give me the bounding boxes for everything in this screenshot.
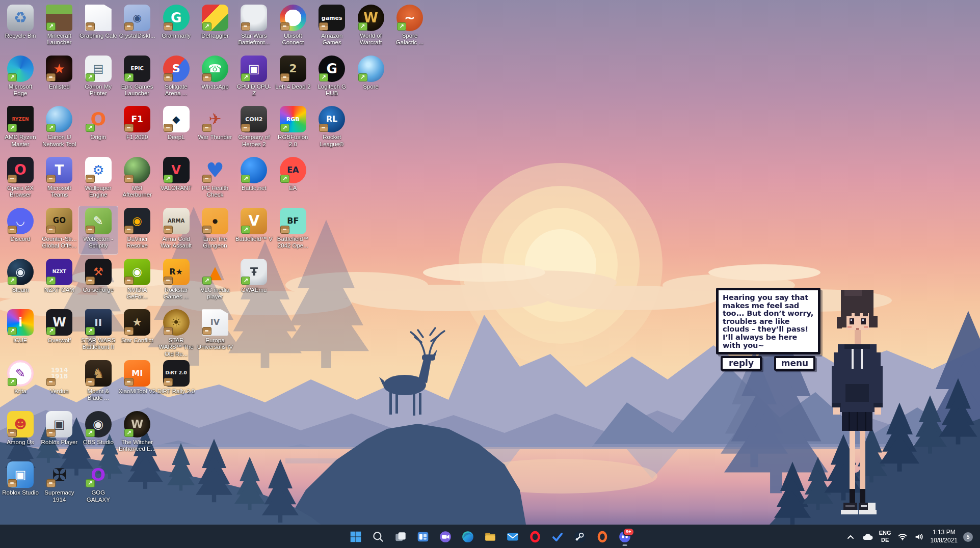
desktop-icon-f1-2020[interactable]: F1F1 2020 bbox=[118, 104, 156, 152]
desktop-icon-davinci-resolve[interactable]: ◉DaVinci Resolve bbox=[118, 206, 156, 254]
file-explorer-taskbar-icon[interactable] bbox=[480, 527, 500, 547]
desktop-icon-counter-str-global-offe[interactable]: GOCounter-Str... Global Offe... bbox=[40, 206, 78, 254]
desktop-icon-origin[interactable]: OOrigin bbox=[79, 104, 118, 152]
desktop-icon-epic-games-launcher[interactable]: EPICEpic Games Launcher bbox=[118, 54, 156, 102]
desktop-icon-star-conflict[interactable]: ★Star Conflict bbox=[118, 308, 156, 355]
desktop-icon-grammarly[interactable]: GGrammarly bbox=[157, 3, 196, 51]
discord-taskbar-icon[interactable]: 9+ bbox=[615, 527, 635, 547]
desktop-icon-gog-galaxy[interactable]: OGOG GALAXY bbox=[79, 460, 118, 508]
desktop-icon-logitech-g-hub[interactable]: GLogitech G HUB bbox=[312, 54, 351, 102]
volume-icon[interactable] bbox=[914, 531, 925, 542]
desktop-icon-label: Spore Galactic ... bbox=[390, 33, 429, 46]
widgets-taskbar-icon[interactable] bbox=[413, 527, 433, 547]
desktop-icon-verdun[interactable]: 1914 1918Verdun bbox=[40, 359, 78, 406]
mascot-reply-button[interactable]: reply bbox=[721, 356, 762, 371]
onedrive-cloud-icon[interactable] bbox=[861, 532, 873, 542]
desktop-icon-obs-studio[interactable]: ◉OBS Studio bbox=[79, 409, 118, 457]
desktop-icon-discord[interactable]: ◡Discord bbox=[1, 206, 40, 254]
desktop-icon-nzxt-cam[interactable]: NZXTNZXT CAM bbox=[40, 257, 78, 305]
desktop-icon-roblox-player[interactable]: ▣Roblox Player bbox=[40, 409, 78, 457]
desktop-icon-enter-the-gungeon[interactable]: ●Enter the Gungeon bbox=[196, 206, 234, 254]
desktop-icon-the-witcher-enhanced-e[interactable]: WThe Witcher Enhanced E... bbox=[118, 409, 156, 457]
desktop-icon-battlefield-v[interactable]: VBattlefield™ V bbox=[234, 206, 273, 254]
desktop-icon-wallpaper-engine[interactable]: ⚙Wallpaper Engine bbox=[79, 155, 118, 203]
todo-taskbar-icon[interactable] bbox=[547, 527, 568, 547]
desktop-icon-canon-my-printer[interactable]: ▤Canon My Printer bbox=[79, 54, 118, 102]
package-box-badge bbox=[46, 226, 56, 234]
desktop-icon-crystaldiski[interactable]: ◉CrystalDiskI... bbox=[118, 3, 156, 51]
notification-count-badge[interactable]: 5 bbox=[963, 532, 973, 542]
desktop-icon-among-us[interactable]: ☻Among Us bbox=[1, 409, 40, 457]
desktop-icon-company-of-heroes-2[interactable]: COH2Company of Heroes 2 bbox=[234, 104, 273, 152]
desktop-icon-label: Enlisted bbox=[48, 84, 70, 90]
desktop-icon-webocton-scriptly[interactable]: ✎Webocton - Scriptly bbox=[79, 206, 118, 254]
steam-taskbar-icon[interactable] bbox=[570, 527, 590, 547]
desktop-icon-canon-ij-network-tool[interactable]: Canon IJ Network Tool bbox=[40, 104, 78, 152]
tray-chevron-icon[interactable] bbox=[845, 532, 856, 542]
desktop-icon-rocket-league[interactable]: RLRocket League® bbox=[312, 104, 351, 152]
desktop-icon-dirt-rally-2-0[interactable]: DiRT 2.0DiRT Rally 2.0 bbox=[157, 359, 196, 406]
desktop-icon-label: Arma Cold War Assault bbox=[157, 236, 196, 249]
battlefield-v-app-icon: V bbox=[241, 208, 267, 234]
desktop-icon-ea[interactable]: EAEA bbox=[274, 155, 312, 203]
task-view-taskbar-icon[interactable] bbox=[390, 527, 411, 547]
desktop-icon-spore-galactic[interactable]: ~Spore Galactic ... bbox=[390, 3, 429, 51]
desktop-icon-rgbfusion-2-0[interactable]: RGBRGBFusion 2.0 bbox=[274, 104, 312, 152]
desktop-icon-whatsapp[interactable]: ☎WhatsApp bbox=[196, 54, 234, 102]
desktop-icon-battlefield-2042-ope[interactable]: BFBattlefield™ 2042 Ope... bbox=[274, 206, 312, 254]
desktop-icon-splitgate-arena[interactable]: SSplitgate Arena ... bbox=[157, 54, 196, 102]
desktop-icon-defraggler[interactable]: Defraggler bbox=[196, 3, 234, 51]
desktop-icon-pc-health-check[interactable]: ♥PC Health Check bbox=[196, 155, 234, 203]
opera-taskbar-icon[interactable] bbox=[525, 527, 545, 547]
desktop-icon-amd-ryzen-master[interactable]: RYZENAMD Ryzen Master bbox=[1, 104, 40, 152]
origin-taskbar-icon[interactable] bbox=[592, 527, 613, 547]
desktop-icon-rockstar-games[interactable]: R★Rockstar Games ... bbox=[157, 257, 196, 305]
search-taskbar-icon[interactable] bbox=[368, 527, 388, 547]
taskbar-clock[interactable]: 1:13 PM 10/8/2021 bbox=[931, 529, 958, 544]
desktop-icon-spore[interactable]: Spore bbox=[352, 54, 390, 102]
desktop-icon-ubisoft-connect[interactable]: Ubisoft Connect bbox=[274, 3, 312, 51]
desktop-icon-valorant[interactable]: VVALORANT bbox=[157, 155, 196, 203]
desktop-icon-overwolf[interactable]: WOverwolf bbox=[40, 308, 78, 355]
desktop-icon-cwaemu[interactable]: ŦCWAEmu bbox=[234, 257, 273, 305]
desktop-icon-war-thunder[interactable]: ✈War Thunder bbox=[196, 104, 234, 152]
desktop-icon-star-wars-battlefront-ii[interactable]: IISTAR WARS Battlefront II bbox=[79, 308, 118, 355]
desktop-icon-icue[interactable]: iiCUE bbox=[1, 308, 40, 355]
desktop-icon-nvidia-gefor[interactable]: ◉NVIDIA GeFor... bbox=[118, 257, 156, 305]
desktop-mascot-character[interactable] bbox=[829, 285, 886, 520]
desktop-icon-supremacy-1914[interactable]: ✠Supremacy 1914 bbox=[40, 460, 78, 508]
desktop-icon-arma-cold-war-assault[interactable]: ARMAArma Cold War Assault bbox=[157, 206, 196, 254]
desktop-icon-left-4-dead-2[interactable]: 2Left 4 Dead 2 bbox=[274, 54, 312, 102]
desktop-icon-battle-net[interactable]: Battle.net bbox=[234, 155, 273, 203]
desktop-icon-opera-gx-browser[interactable]: OOpera GX Browser bbox=[1, 155, 40, 203]
desktop-icon-vlc-media-player[interactable]: ▲VLC media player bbox=[196, 257, 234, 305]
shortcut-arrow-badge bbox=[358, 22, 367, 31]
start-taskbar-icon[interactable] bbox=[346, 527, 366, 547]
desktop-icon-steam[interactable]: ◉Steam bbox=[1, 257, 40, 305]
wifi-icon[interactable] bbox=[897, 531, 908, 542]
desktop-icon-microsoft-edge[interactable]: Microsoft Edge bbox=[1, 54, 40, 102]
desktop-icon-star-wars-the-old-re[interactable]: ☀STAR WARS™ The Old Re... bbox=[157, 308, 196, 355]
desktop-icon-world-of-warcraft[interactable]: WWorld of Warcraft bbox=[352, 3, 390, 51]
desktop-icon-xiaomitool-v2[interactable]: MIXiaoMiTool V2 bbox=[118, 359, 156, 406]
desktop-icon-curseforge[interactable]: ⚒CurseForge bbox=[79, 257, 118, 305]
edge-taskbar-icon[interactable] bbox=[458, 527, 478, 547]
desktop-icon-cpuid-cpu-z[interactable]: ▣CPUID CPU-Z bbox=[234, 54, 273, 102]
desktop-icon-recycle-bin[interactable]: ♻Recycle Bin bbox=[1, 3, 40, 51]
desktop-icon-msi-afterburner[interactable]: MSI Afterburner bbox=[118, 155, 156, 203]
desktop-icon-roblox-studio[interactable]: ▣Roblox Studio bbox=[1, 460, 40, 508]
desktop-icon-amazon-games[interactable]: gamesAmazon Games bbox=[312, 3, 351, 51]
desktop-icon-krita[interactable]: ✎Krita bbox=[1, 359, 40, 406]
desktop-icon-minecraft-launcher[interactable]: Minecraft Launcher bbox=[40, 3, 78, 51]
desktop-icon-microsoft-teams[interactable]: TMicrosoft Teams bbox=[40, 155, 78, 203]
language-switcher[interactable]: ENG DE bbox=[879, 530, 891, 544]
desktop-icon-star-wars-battlefront[interactable]: Star Wars Battlefront... bbox=[234, 3, 273, 51]
chat-taskbar-icon[interactable] bbox=[435, 527, 456, 547]
desktop-icon-europa-universalis-iv[interactable]: IVEuropa Universalis IV bbox=[196, 308, 234, 355]
desktop-icon-enlisted[interactable]: ★Enlisted bbox=[40, 54, 78, 102]
desktop-icon-graphing-calc[interactable]: Graphing Calc bbox=[79, 3, 118, 51]
desktop-icon-mount-blade[interactable]: ♞Mount & Blade ... bbox=[79, 359, 118, 406]
mail-taskbar-icon[interactable] bbox=[502, 527, 523, 547]
desktop-icon-deepl[interactable]: ◆DeepL bbox=[157, 104, 196, 152]
mascot-menu-button[interactable]: menu bbox=[774, 356, 815, 371]
